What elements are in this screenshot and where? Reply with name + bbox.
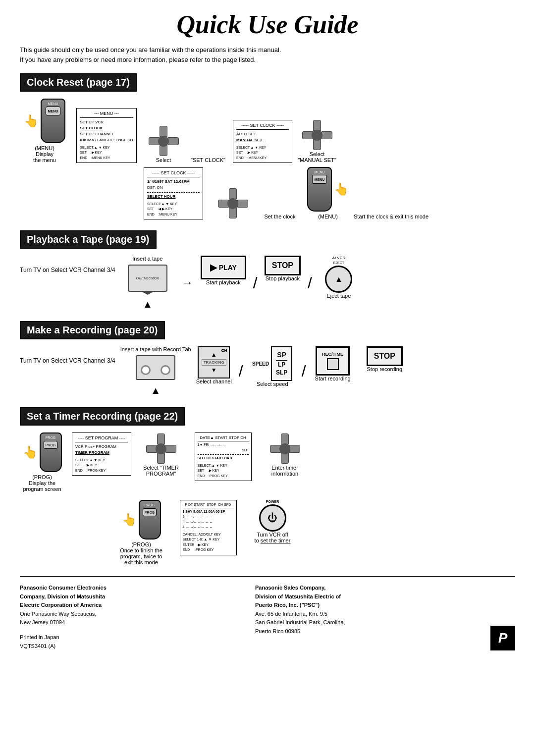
company-2: Company, Division of Matsushita [20, 593, 235, 601]
eject-label: Eject tape [326, 293, 351, 299]
playback-play-btn: ▶PLAY Start playback [201, 256, 246, 285]
clock-select-2: Select "MANUAL SET" [297, 119, 337, 163]
recording-rec-btn: REC/TIME Start recording [313, 346, 353, 381]
playback-header: Playback a Tape (page 19) [20, 230, 157, 249]
clock-select-label-1: Select [156, 157, 171, 163]
clock-set-text: Set the clock [258, 187, 302, 219]
timer-prog-remote: 👆 PROG PROG (PROG) Display the program s… [20, 432, 64, 492]
timer-info-box: DATE▲ START STOP CH 1▼ FRI --:-- --:-- -… [188, 432, 258, 481]
recording-stop-btn: STOP Stop recording [367, 346, 403, 372]
clock-reset-header: Clock Reset (page 17) [20, 73, 137, 92]
recording-select-channel: CH ▲ TRACKING ▼ Select channel [196, 346, 232, 384]
playback-eject-btn: At VCR EJECT ▲ Eject tape [319, 256, 359, 299]
page-title: Quick Use Guide [20, 10, 515, 39]
company-3: Electric Corporation of America [20, 601, 235, 610]
clock-manual-set-label: "MANUAL SET" [298, 157, 336, 163]
address-1: One Panasonic Way Secaucus, [20, 610, 235, 619]
timer-header: Set a Timer Recording (page 22) [20, 407, 185, 426]
address-pr-3: Puerto Rico 00985 [255, 627, 471, 636]
clock-menu-box-1: --- MENU --- SET UP VCR SET CLOCK SET UP… [74, 108, 139, 163]
turn-off-label: Turn VCR offto set the timer [255, 532, 291, 543]
address-pr-1: Ave. 65 de Infantería, Km. 9.5 [255, 610, 471, 619]
enter-timer-label: Enter timer information [263, 465, 307, 477]
playback-insert-tape: Insert a tape Our Vacation ▲ [120, 256, 175, 310]
playback-left-labels: Turn TV on Select VCR Channel 3/4 [20, 256, 115, 275]
clock-select-label-2: Select [310, 151, 325, 157]
select-speed-label: Select speed [257, 381, 288, 387]
recording-insert-tape: Insert a tape with Record Tab ▲ [120, 346, 191, 396]
playback-section: Playback a Tape (page 19) Turn TV on Sel… [20, 230, 515, 310]
eject-key-label: EJECT [333, 261, 344, 265]
recording-speed: SPEED SP LP SLP Select speed [250, 346, 295, 387]
finish-label: Once to finish the program, twice to exi… [119, 547, 163, 565]
select-channel-label: Select channel [196, 378, 232, 384]
start-clock-text: Start the clock & exit this mode [354, 214, 428, 219]
company-1: Panasonic Consumer Electronics [20, 584, 235, 593]
recording-section: Make a Recording (page 20) Turn TV on Se… [20, 321, 515, 396]
playback-stop-btn: STOP Stop playback [265, 256, 301, 281]
timer-power-btn: POWER ⏻ Turn VCR offto set the timer [253, 500, 292, 543]
set-clock-label: "SET CLOCK" [191, 157, 225, 163]
playback-arrow: → [180, 276, 196, 289]
timer-select-1: Select "TIMER PROGRAM" [139, 432, 183, 477]
clock-set-clock-step: "SET CLOCK" [188, 131, 228, 163]
at-vcr-label: At VCR [332, 256, 346, 260]
panasonic-logo: P [490, 626, 515, 650]
timer-list-box: P DT START STOP CH SPD 1 SAY 9:00A 12:00… [168, 500, 248, 555]
timer-prog-remote-2: 👆 PROG PROG (PROG) Once to finish the pr… [119, 500, 163, 565]
timer-section: Set a Timer Recording (page 22) 👆 PROG P… [20, 407, 515, 565]
playback-steps: Turn TV on Select VCR Channel 3/4 Insert… [20, 256, 515, 310]
clock-menu-remote: MENU MENU 👆 (MENU) [307, 167, 349, 219]
clock-steps-row: 👆 MENU MENU (MENU) Displaythe menu --- M… [20, 99, 515, 163]
printed: Printed in Japan [20, 633, 235, 642]
start-playback-label: Start playback [206, 279, 241, 285]
timer-steps-row-2: 👆 PROG PROG (PROG) Once to finish the pr… [119, 500, 515, 565]
recording-left-labels: Turn TV on Select VCR Channel 3/4 [20, 346, 115, 366]
stop-playback-label: Stop playback [266, 275, 300, 281]
address-2: New Jersey 07094 [20, 618, 235, 627]
clock-display-label: Displaythe menu [33, 151, 56, 163]
slash-rec-1: / [237, 362, 245, 380]
intro-text: This guide should only be used once you … [20, 45, 515, 64]
slash-rec-2: / [300, 362, 308, 380]
clock-select-3 [213, 187, 253, 219]
address-pr-2: San Gabriel Industrial Park, Carolina, [255, 618, 471, 627]
recording-steps: Turn TV on Select VCR Channel 3/4 Insert… [20, 346, 515, 396]
clock-select-1: Select [144, 125, 183, 163]
power-label: POWER [266, 500, 279, 503]
set-clock-text: Set the clock [265, 214, 296, 219]
timer-steps-row-1: 👆 PROG PROG (PROG) Display the program s… [20, 432, 515, 492]
company-psc-1: Panasonic Sales Company, [255, 584, 471, 593]
clock-steps-row-2: ----- SET CLOCK ----- 1/ 4/1997 SAT 12:0… [139, 167, 515, 219]
clock-start-text: Start the clock & exit this mode [354, 187, 428, 219]
footer-col-2: Panasonic Sales Company, Division of Mat… [255, 584, 471, 650]
timer-select-label: Select "TIMER PROGRAM" [139, 465, 183, 477]
timer-select-2: Enter timer information [263, 432, 307, 477]
footer: Panasonic Consumer Electronics Company, … [20, 576, 515, 650]
timer-set-program-box: ---- SET PROGRAM ---- VCR Plus+ PROGRAM … [69, 432, 134, 476]
footer-col-1: Panasonic Consumer Electronics Company, … [20, 584, 235, 650]
company-psc-2: Division of Matsushita Electric of [255, 593, 471, 601]
power-button-icon[interactable]: ⏻ [259, 504, 286, 532]
clock-set-clock-box: ----- SET CLOCK ----- AUTO SET MANUAL SE… [233, 120, 292, 163]
display-menu-label: (MENU) [35, 145, 54, 151]
footer-logo-area: P [490, 584, 515, 650]
slash-1: / [251, 274, 260, 292]
slash-2: / [306, 274, 314, 292]
clock-step-display-menu: 👆 MENU MENU (MENU) Displaythe menu [20, 99, 69, 163]
start-recording-label: Start recording [315, 376, 351, 381]
model: VQTS3401 (A) [20, 642, 235, 651]
prog-label: (PROG) [32, 474, 52, 480]
company-psc-3: Puerto Rico, Inc. ("PSC") [255, 601, 471, 610]
clock-reset-section: Clock Reset (page 17) 👆 MENU MENU (MENU)… [20, 73, 515, 219]
display-program-label: Display the program screen [20, 480, 64, 492]
stop-recording-label: Stop recording [367, 366, 402, 372]
clock-entry-box: ----- SET CLOCK ----- 1/ 4/1997 SAT 12:0… [139, 167, 208, 219]
recording-header: Make a Recording (page 20) [20, 321, 165, 339]
